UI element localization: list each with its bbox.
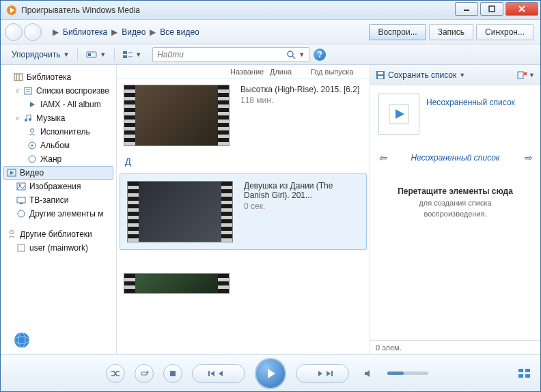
unsaved-list-link[interactable]: Несохраненный список bbox=[426, 98, 515, 107]
chevron-down-icon[interactable]: ▼ bbox=[459, 72, 465, 79]
svg-rect-37 bbox=[518, 72, 523, 79]
library-icon bbox=[13, 72, 24, 83]
sidebar-label: Библиотека bbox=[27, 72, 71, 82]
sidebar-label: IAMX - All album bbox=[40, 100, 101, 109]
sidebar-item-other[interactable]: Другие элементы м bbox=[3, 207, 113, 221]
sidebar-item-tv[interactable]: ТВ-записи bbox=[3, 193, 113, 207]
next-list-button[interactable]: ⇨ bbox=[524, 152, 532, 163]
music-icon bbox=[23, 113, 33, 124]
sidebar-item-images[interactable]: Изображения bbox=[3, 180, 113, 193]
breadcrumb-library[interactable]: Библиотека bbox=[63, 27, 107, 37]
video-item-selected[interactable]: Девушка из Дании (The Danish Girl). 201.… bbox=[120, 173, 367, 250]
sidebar-item-music[interactable]: ▿Музыка bbox=[3, 111, 113, 125]
sidebar-label: Другие элементы м bbox=[29, 209, 104, 219]
col-name[interactable]: Название bbox=[230, 68, 270, 76]
svg-marker-42 bbox=[147, 371, 149, 374]
svg-point-20 bbox=[29, 118, 31, 121]
help-button[interactable]: ? bbox=[314, 48, 326, 61]
svg-marker-51 bbox=[365, 370, 370, 377]
playlist-header: Несохраненный список bbox=[411, 153, 500, 163]
view-menu[interactable]: ▼ bbox=[117, 49, 147, 60]
maximize-button[interactable] bbox=[480, 2, 503, 16]
chevron-down-icon: ▼ bbox=[100, 51, 106, 58]
video-item[interactable]: Высотка (High-Rise). 2015. [6.2] 118 мин… bbox=[117, 79, 370, 152]
playlist-footer: 0 элем. bbox=[370, 340, 540, 354]
sidebar-item-artist[interactable]: Исполнитель bbox=[3, 125, 113, 139]
svg-point-21 bbox=[31, 129, 34, 132]
video-item[interactable] bbox=[117, 253, 370, 299]
shuffle-button[interactable] bbox=[106, 364, 125, 383]
column-headers[interactable]: Название Длина Год выпуска bbox=[117, 65, 370, 79]
sidebar-label: Изображения bbox=[29, 182, 81, 191]
toolbar: Упорядочить ▼ ▼ ▼ ▼ ? bbox=[1, 44, 540, 65]
video-duration: 0 сек. bbox=[244, 201, 359, 211]
svg-marker-18 bbox=[30, 102, 35, 107]
sidebar-item-genre[interactable]: Жанр bbox=[3, 152, 113, 166]
tab-burn[interactable]: Запись bbox=[429, 24, 473, 40]
sidebar-item-other-libraries[interactable]: Другие библиотеки bbox=[3, 227, 113, 241]
svg-rect-36 bbox=[378, 76, 383, 79]
sidebar-item-playlists[interactable]: ▿Списки воспроизве bbox=[3, 84, 113, 98]
repeat-button[interactable] bbox=[135, 364, 154, 383]
prev-list-button[interactable]: ⇦ bbox=[378, 152, 387, 163]
search-icon[interactable] bbox=[286, 50, 296, 59]
organize-menu[interactable]: Упорядочить ▼ bbox=[6, 48, 74, 61]
prev-track-button[interactable] bbox=[192, 364, 245, 383]
svg-rect-55 bbox=[525, 374, 530, 378]
svg-rect-54 bbox=[518, 374, 523, 378]
back-button[interactable] bbox=[5, 23, 23, 41]
volume-slider[interactable] bbox=[387, 372, 428, 375]
tab-play[interactable]: Воспрои... bbox=[369, 24, 426, 40]
mute-button[interactable] bbox=[359, 364, 378, 383]
window-title: Проигрыватель Windows Media bbox=[21, 5, 455, 15]
stop-button[interactable] bbox=[163, 364, 182, 383]
col-length[interactable]: Длина bbox=[270, 68, 311, 76]
sidebar-item-album[interactable]: Альбом bbox=[3, 139, 113, 152]
sidebar-label: Жанр bbox=[40, 154, 61, 164]
col-year[interactable]: Год выпуска bbox=[311, 68, 365, 76]
forward-button[interactable] bbox=[24, 23, 42, 41]
sidebar-label: Списки воспроизве bbox=[36, 86, 109, 96]
clear-list-button[interactable] bbox=[516, 70, 527, 80]
sidebar-label: Другие библиотеки bbox=[20, 229, 92, 239]
tab-sync[interactable]: Синхрон... bbox=[476, 24, 533, 40]
sidebar-label: user (mainwork) bbox=[29, 243, 88, 253]
user-icon bbox=[16, 242, 27, 253]
sidebar-item-user[interactable]: user (mainwork) bbox=[3, 241, 113, 255]
media-guide-button[interactable] bbox=[12, 331, 31, 350]
sidebar-item-iamx[interactable]: IAMX - All album bbox=[3, 98, 113, 111]
svg-rect-6 bbox=[123, 51, 127, 54]
search-box[interactable]: ▼ bbox=[152, 47, 309, 62]
svg-rect-7 bbox=[123, 55, 127, 58]
switch-view-button[interactable] bbox=[518, 369, 531, 378]
chevron-down-icon[interactable]: ▼ bbox=[299, 51, 305, 58]
album-icon bbox=[27, 140, 38, 151]
close-button[interactable] bbox=[505, 2, 538, 16]
tv-icon bbox=[16, 195, 27, 206]
images-icon bbox=[16, 181, 27, 192]
svg-marker-47 bbox=[268, 369, 275, 378]
svg-rect-29 bbox=[17, 197, 25, 203]
svg-marker-48 bbox=[318, 371, 322, 376]
video-duration: 118 мин. bbox=[240, 96, 363, 105]
svg-rect-52 bbox=[518, 369, 523, 372]
sidebar-item-video[interactable]: Видео bbox=[3, 166, 113, 180]
search-input[interactable] bbox=[157, 50, 286, 59]
video-title: Высотка (High-Rise). 2015. [6.2] bbox=[240, 85, 363, 94]
svg-point-56 bbox=[14, 333, 29, 348]
next-track-button[interactable] bbox=[296, 364, 349, 383]
save-list-button[interactable]: Сохранить список bbox=[388, 70, 456, 80]
breadcrumb-video[interactable]: Видео bbox=[122, 27, 145, 37]
stream-menu[interactable]: ▼ bbox=[81, 49, 111, 60]
playlist-drop-area[interactable]: Перетащите элементы сюда для создания сп… bbox=[398, 186, 513, 218]
breadcrumb-all-video[interactable]: Все видео bbox=[160, 27, 199, 37]
svg-point-23 bbox=[31, 145, 33, 147]
minimize-button[interactable] bbox=[455, 2, 478, 16]
save-icon[interactable] bbox=[376, 70, 385, 80]
genre-icon bbox=[27, 154, 38, 165]
drop-sub2: воспроизведения. bbox=[398, 210, 513, 218]
play-button[interactable] bbox=[255, 358, 286, 389]
sidebar-item-library[interactable]: Библиотека bbox=[3, 70, 113, 84]
chevron-down-icon[interactable]: ▼ bbox=[529, 72, 535, 79]
svg-marker-46 bbox=[219, 371, 223, 376]
